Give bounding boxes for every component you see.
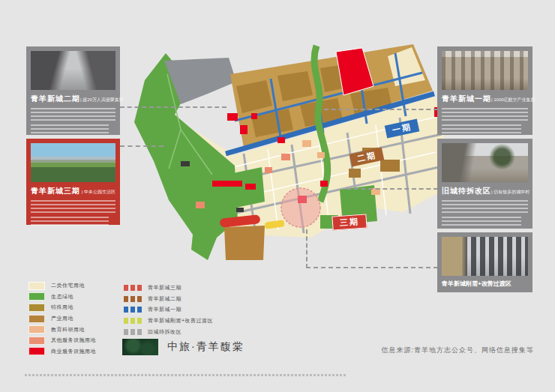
photo-phase1 (442, 51, 528, 90)
legend-landuse-item: 其他服务设施用地 (28, 335, 96, 346)
map-label-phase3: 三期 (332, 214, 367, 230)
legend-landuse-item: 生态绿地 (28, 292, 96, 303)
brand-logo-text: 中旅·青羊馥棠 (167, 340, 244, 354)
legend-zone-item: 青羊新城刚需+改善过渡区 (124, 316, 213, 327)
photo-transition (442, 237, 528, 276)
legend-swatch (28, 292, 45, 301)
legend-label: 青羊新城一期 (148, 306, 182, 313)
legend-swatch (28, 304, 45, 312)
legend-dash-swatch (124, 318, 142, 324)
panel-phase3-subtitle: | 中央公园生活区 (82, 189, 116, 196)
legend-label: 二类住宅用地 (51, 282, 85, 289)
legend-dash-swatch (124, 285, 142, 291)
brand-logo-image (122, 339, 158, 355)
legend-swatch (28, 325, 45, 334)
legend-dash-swatch (124, 307, 142, 313)
legend-zones: 青羊新城三期 青羊新城二期 青羊新城一期 青羊新城刚需+改善过渡区 旧城待拆改区 (124, 283, 213, 337)
legend-label: 特殊用地 (51, 304, 74, 311)
panel-oldtown-subtitle: | 仍有较多的城中村 (491, 189, 530, 196)
fine-print-line (25, 374, 347, 376)
legend-label: 青羊新城二期 (148, 295, 182, 303)
panel-oldtown: 旧城待拆改区 | 仍有较多的城中村 (437, 139, 532, 229)
legend-dash-swatch (124, 329, 142, 335)
legend-landuse-item: 产业用地 (28, 313, 96, 325)
panel-phase3-body (31, 200, 116, 226)
legend-label: 其他服务设施用地 (51, 337, 96, 344)
source-note: 信息来源:青羊地方志公众号、网络信息搜集等 (381, 346, 534, 355)
legend-zone-item: 旧城待拆改区 (124, 326, 213, 337)
panel-phase3-title: 青羊新城三期 (31, 186, 80, 196)
legend-landuse-item: 商业服务设施用地 (28, 346, 96, 358)
panel-oldtown-body (442, 200, 528, 226)
legend-label: 青羊新城三期 (148, 284, 182, 292)
photo-phase2 (31, 51, 116, 90)
legend-landuse-item: 特殊用地 (28, 302, 96, 313)
legend-dash-swatch (124, 296, 142, 302)
legend-label: 产业用地 (51, 315, 74, 322)
panel-phase1: 青羊新城一期 | 1000亿航空产业集群 (437, 46, 532, 135)
legend-zone-item: 青羊新城三期 (124, 283, 213, 294)
legend-zone-item: 青羊新城二期 (124, 294, 213, 305)
legend-landuse-item: 教育科研用地 (28, 324, 96, 335)
panel-transition: 青羊新城刚需+改善过渡区 (437, 232, 532, 292)
map-project-highlight-circle (281, 188, 320, 227)
panel-phase3: 青羊新城三期 | 中央公园生活区 (26, 139, 120, 225)
legend-landuse: 二类住宅用地 生态绿地 特殊用地 产业用地 教育科研用地 其他服务设施用地 商业… (28, 280, 96, 357)
panel-phase1-body (442, 108, 528, 133)
map-block-logistics (224, 226, 265, 260)
legend-swatch (28, 337, 45, 345)
connector-oldtown (346, 188, 438, 190)
panel-phase1-subtitle: | 1000亿航空产业集群 (491, 97, 536, 103)
panel-oldtown-title: 旧城待拆改区 (442, 186, 491, 196)
legend-swatch (28, 282, 45, 290)
photo-oldtown (442, 143, 528, 182)
legend-label: 旧城待拆改区 (148, 328, 182, 336)
connector-phase3 (120, 145, 164, 147)
panel-phase2-subtitle: | 超20万人高密聚集区 (80, 97, 124, 103)
planning-map-svg (124, 41, 446, 277)
legend-zone-item: 青羊新城一期 (124, 304, 213, 316)
planning-map: 一期 二期 三期 (124, 41, 446, 277)
panel-transition-title: 青羊新城刚需+改善过渡区 (442, 280, 512, 288)
panel-phase2-body (31, 108, 116, 133)
photo-phase3 (31, 143, 116, 182)
panel-phase1-title: 青羊新城一期 (442, 94, 491, 104)
legend-label: 商业服务设施用地 (51, 348, 96, 355)
legend-swatch (28, 347, 45, 355)
connector-transition-vertical (306, 229, 308, 268)
legend-swatch (28, 315, 45, 323)
connector-transition-horizontal (306, 267, 438, 268)
panel-phase2-title: 青羊新城二期 (31, 94, 80, 104)
legend-label: 生态绿地 (51, 293, 74, 301)
legend-landuse-item: 二类住宅用地 (28, 280, 96, 292)
poster-canvas: 一期 二期 三期 青羊新城二期 | 超20万人高密聚集区 青羊新城三期 | 中央… (0, 0, 555, 392)
legend-label: 教育科研用地 (51, 326, 85, 334)
connector-phase2 (120, 106, 226, 108)
legend-label: 青羊新城刚需+改善过渡区 (148, 317, 213, 325)
connector-phase1 (324, 109, 438, 110)
panel-phase2: 青羊新城二期 | 超20万人高密聚集区 (26, 46, 120, 135)
brand-row: 中旅·青羊馥棠 (122, 339, 244, 355)
